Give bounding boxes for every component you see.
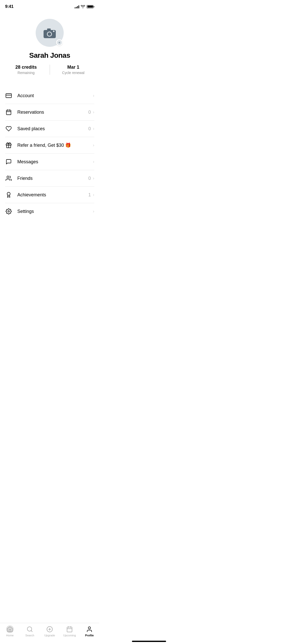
svg-point-2 <box>48 32 51 36</box>
achievements-badge: 1 <box>87 192 91 198</box>
heart-icon <box>5 125 12 132</box>
svg-point-15 <box>8 211 9 212</box>
menu-item-refer[interactable]: Refer a friend, Get $30 🎁 › <box>5 137 94 154</box>
award-icon <box>5 191 12 198</box>
credits-value: 28 credits <box>15 65 37 70</box>
plus-icon: + <box>57 40 62 45</box>
chevron-right-icon: › <box>93 110 94 114</box>
signal-bar-1 <box>75 7 75 8</box>
profile-section: + Sarah Jonas 28 credits Remaining Mar 1… <box>0 11 99 87</box>
svg-rect-5 <box>6 94 11 98</box>
menu-label-refer: Refer a friend, Get $30 🎁 <box>17 142 93 148</box>
menu-label-account: Account <box>17 93 93 98</box>
avatar[interactable]: + <box>36 19 64 47</box>
chevron-right-icon: › <box>93 176 94 181</box>
settings-icon <box>5 208 12 215</box>
friends-badge: 0 <box>87 176 91 181</box>
chevron-right-icon: › <box>93 126 94 131</box>
menu-list: Account › Reservations 0 › Saved places … <box>0 87 99 219</box>
status-icons <box>75 5 94 8</box>
menu-label-reservations: Reservations <box>17 110 87 115</box>
renewal-value: Mar 1 <box>67 65 79 70</box>
credits-divider <box>50 65 50 75</box>
menu-label-friends: Friends <box>17 176 87 181</box>
menu-item-friends[interactable]: Friends 0 › <box>5 170 94 187</box>
status-bar: 9:41 <box>0 0 99 11</box>
signal-bar-3 <box>77 6 78 8</box>
menu-item-achievements[interactable]: Achievements 1 › <box>5 187 94 203</box>
menu-label-settings: Settings <box>17 209 93 214</box>
signal-bars-icon <box>75 5 79 8</box>
credits-remaining: 28 credits Remaining <box>5 65 47 75</box>
renewal-label: Cycle renewal <box>62 71 85 75</box>
menu-label-achievements: Achievements <box>17 192 87 198</box>
signal-bar-2 <box>76 7 77 8</box>
users-icon <box>5 175 12 182</box>
credits-row: 28 credits Remaining Mar 1 Cycle renewal <box>5 65 94 75</box>
add-photo-badge[interactable]: + <box>56 39 63 46</box>
reservations-badge: 0 <box>87 110 91 115</box>
menu-item-saved-places[interactable]: Saved places 0 › <box>5 121 94 137</box>
chevron-right-icon: › <box>93 159 94 164</box>
menu-item-settings[interactable]: Settings › <box>5 203 94 219</box>
battery-icon <box>87 5 94 8</box>
svg-point-4 <box>53 31 55 32</box>
saved-places-badge: 0 <box>87 126 91 131</box>
svg-point-13 <box>7 176 9 178</box>
message-circle-icon <box>5 158 12 165</box>
menu-item-reservations[interactable]: Reservations 0 › <box>5 104 94 121</box>
svg-rect-3 <box>47 28 51 31</box>
chevron-right-icon: › <box>93 193 94 197</box>
menu-label-messages: Messages <box>17 159 93 165</box>
credits-renewal: Mar 1 Cycle renewal <box>52 65 94 75</box>
svg-point-14 <box>7 192 10 195</box>
gift-icon <box>5 142 12 149</box>
credit-card-icon <box>5 92 12 99</box>
svg-rect-7 <box>6 110 11 115</box>
status-time: 9:41 <box>5 4 13 9</box>
menu-item-account[interactable]: Account › <box>5 87 94 104</box>
signal-bar-4 <box>78 5 79 8</box>
chevron-right-icon: › <box>93 143 94 148</box>
wifi-icon <box>81 5 85 8</box>
menu-label-saved-places: Saved places <box>17 126 87 131</box>
camera-icon <box>43 27 57 39</box>
calendar-icon <box>5 109 12 116</box>
profile-name: Sarah Jonas <box>29 51 70 60</box>
chevron-right-icon: › <box>93 93 94 98</box>
menu-item-messages[interactable]: Messages › <box>5 154 94 170</box>
chevron-right-icon: › <box>93 209 94 214</box>
credits-label: Remaining <box>18 71 35 75</box>
